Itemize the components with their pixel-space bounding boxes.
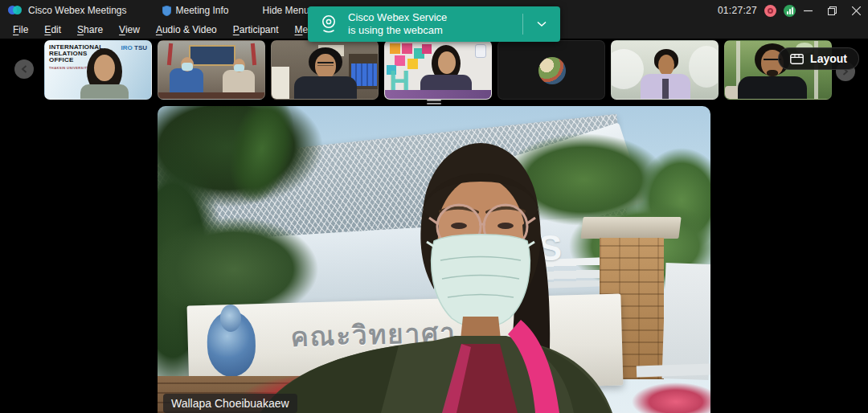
banner-subtitle: is using the webcam [348,24,522,37]
webex-window: Cisco Webex Meetings Meeting Info Hide M… [0,0,868,413]
participant-body [738,76,807,100]
menu-item-edit[interactable]: Edit [36,24,69,35]
bright-window [272,67,289,100]
background-glow [689,46,719,88]
person-left-mask [182,63,193,71]
layout-button-label: Layout [810,52,847,65]
participant-face [315,54,336,79]
participant-face [438,51,456,74]
layout-button[interactable]: Layout [778,47,859,70]
participant-face [94,55,115,81]
main-video-active-speaker[interactable]: HS คณะวิทยาศา Facul [158,106,710,413]
avatar [538,57,566,84]
filmstrip-prev-button[interactable] [14,59,34,79]
lanyard [662,79,669,100]
video-thumbnail-2[interactable] [158,40,265,100]
webex-logo-icon [8,6,22,15]
chevron-left-icon [21,65,27,73]
filmstrip-resize-handle[interactable] [427,100,441,106]
menu-item-share[interactable]: Share [69,24,111,35]
meeting-timer: 01:27:27 [718,5,757,16]
meeting-info-label: Meeting Info [176,5,229,16]
participant-name-label: Wallapa Choeibuakaew [163,394,297,413]
webcam-notification-banner[interactable]: Cisco Webex Service is using the webcam [308,6,560,42]
speaker-person [158,106,710,413]
crest-badge [475,44,486,58]
mosaic-tile [402,43,412,54]
glasses [317,62,334,66]
close-button[interactable] [844,0,868,21]
menu-item-view[interactable]: View [111,24,148,35]
connection-quality-icon[interactable] [784,5,796,17]
video-thumbnail-4[interactable]: H [384,40,492,100]
minimize-button[interactable] [796,0,820,21]
webcam-icon [319,14,338,35]
flag-left [167,43,173,65]
menu-item-participant[interactable]: Participant [225,24,287,35]
goatee [767,70,778,76]
iro-tsu-logo: IRO TSU [121,44,147,51]
mosaic-tile [422,44,432,54]
banner-expand-button[interactable] [523,6,560,42]
table-edge [158,92,265,99]
wall-painting [189,45,235,66]
background-glow [611,49,644,89]
participant-body [80,84,129,100]
meeting-info-button[interactable]: Meeting Info [162,5,229,16]
menu-item-file[interactable]: File [5,24,36,35]
video-thumbnail-5[interactable] [497,40,605,100]
menu-item-audio-video[interactable]: Audio & Video [148,24,225,35]
video-thumbnail-3[interactable] [271,40,379,100]
restore-button[interactable] [820,0,844,21]
layout-grid-icon [790,54,804,64]
mosaic-tile [390,43,400,54]
person-right-mask [234,64,244,72]
shield-icon [162,6,171,16]
flag-right [251,43,256,65]
video-thumbnail-1[interactable]: INTERNATIONAL RELATIONS OFFICE THAKSIN U… [44,40,152,100]
participant-face [658,55,674,76]
banner-title: Cisco Webex Service [348,11,522,24]
video-thumbnail-6[interactable] [611,40,719,100]
participant-filmstrip: INTERNATIONAL RELATIONS OFFICE THAKSIN U… [44,40,832,100]
participant-body [294,76,357,100]
recording-indicator-icon[interactable] [764,5,776,17]
chevron-down-icon [537,21,547,27]
desk [385,90,492,99]
app-title: Cisco Webex Meetings [28,5,127,16]
